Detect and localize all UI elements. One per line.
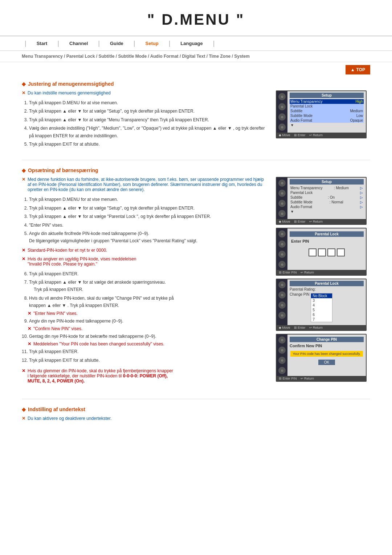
section-1-text: ✕ Du kan indstille menuens gennemsigtigh… — [22, 90, 269, 149]
note-icon-3: ✕ — [22, 248, 25, 253]
tv-label: Menu Transparency — [290, 186, 322, 190]
success-text: Your PIN code has been changed successfu… — [293, 352, 360, 356]
tv-screen-2: ⊙ ⊙ ⊙ ⊙ Setup Menu Transparency : Medium… — [276, 177, 367, 225]
tv-row-1-4: Subtitle Mode Low — [290, 113, 364, 118]
nav-sep-4: | — [131, 40, 138, 47]
tv-move: ◆ Move — [279, 326, 290, 329]
nav-sep-2: | — [54, 40, 62, 47]
tv-row-2-1: Menu Transparency : Medium ▷ — [290, 186, 364, 190]
section-1-image: ⊙ ⊙ ⊙ ⊙ Setup Menu Transparency High — [276, 90, 370, 138]
note-icon-7: ✕ — [28, 341, 31, 347]
step-1-4: Vælg den ønskede indstilling ("High", "M… — [29, 125, 269, 139]
nav-sep-6: | — [210, 40, 218, 47]
step-2-1: Tryk på knappen D.MENU for at vise menue… — [29, 196, 269, 203]
section-2-steps-d: Gentag din nye PIN-kode for at bekræfte … — [22, 333, 269, 340]
confirm-new-pin-label: Confirm New PIN — [290, 344, 322, 348]
note-icon-2: ✕ — [22, 177, 25, 192]
nav-start[interactable]: Start — [29, 36, 55, 50]
tv-icon-5d: ⊙ — [278, 367, 286, 374]
tv-menu-3: Parental Lock Enter PIN — [287, 228, 366, 270]
step-2-9: Angiv din nye PIN-kode med talknapperne … — [29, 317, 269, 325]
ok-button[interactable]: OK — [318, 360, 335, 365]
tv-icon-5b: ⊙ — [278, 347, 286, 354]
rating-7: 7 — [311, 317, 332, 322]
tv-icon-1b: ⊙ — [278, 103, 286, 110]
tv-move: ◆ Move — [279, 133, 290, 137]
section-2-note: ✕ Med denne funktion kan du forhindre, a… — [22, 177, 269, 192]
tv-icons-5: ⊙ ⊙ ⊙ ⊙ — [277, 335, 287, 376]
tv-icon-1c: ⊙ — [278, 113, 286, 121]
step-2-6: Tryk på knappen ENTER. — [29, 270, 269, 278]
tv-row-2-2: Parental Lock ▷ — [290, 190, 364, 195]
note-invalid-pin: ✕ Hvis du angiver en ugyldig PIN-kode, v… — [22, 256, 269, 267]
tv-icon-2d: ⊙ — [278, 210, 286, 217]
tv-row-val: Opaque — [350, 118, 363, 122]
tv-footer-5: ⊞ Enter PIN ↩ Return — [277, 376, 366, 381]
nav-channel[interactable]: Channel — [62, 36, 95, 50]
nav-language[interactable]: Language — [173, 36, 210, 50]
divider-2 — [22, 399, 370, 399]
tv-screen-1: ⊙ ⊙ ⊙ ⊙ Setup Menu Transparency High — [276, 90, 367, 138]
section-1-note-text: Du kan indstille menuens gennemsigtighed — [28, 90, 111, 96]
tv-icon-3d: ⊙ — [278, 261, 286, 268]
note-invalid-pin-text: Hvis du angiver en ugyldig PIN-kode, vis… — [28, 256, 136, 267]
tv-icon-4a: ⊙ — [278, 281, 286, 288]
pin-box-2 — [318, 248, 326, 256]
tv-label: Audio Format — [290, 205, 312, 209]
tv-row-label: Subtitle — [290, 109, 302, 113]
section-2-text: ✕ Med denne funktion kan du forhindre, a… — [22, 177, 269, 388]
top-button[interactable]: ▲ TOP — [346, 65, 370, 74]
note-enter-new-text: "Enter New PIN" vises. — [33, 311, 78, 316]
tv-enter: ⊞ Enter — [294, 220, 306, 223]
success-message: Your PIN code has been changed successfu… — [290, 351, 363, 357]
tv-menu-1: Setup Menu Transparency High Parental Lo… — [287, 91, 366, 133]
tv-arrow: ▷ — [360, 200, 363, 204]
tv-label: Subtitle — [290, 195, 302, 199]
step-2-7: Tryk på knappen ▲ eller ▼ for at vælge d… — [29, 279, 269, 293]
tv-return: ↩ Return — [301, 271, 314, 274]
step-1-5: Tryk på knappen EXIT for at afslutte. — [29, 141, 269, 148]
step-1-3: Tryk på knappen ▲ eller ▼ for at vælge "… — [29, 116, 269, 123]
note-pin-default-text: Standard-PIN-koden for et nyt tv er 0000… — [28, 248, 107, 253]
tv-screen-5: ⊙ ⊙ ⊙ ⊙ Change PIN Confirm New PIN Your … — [276, 334, 367, 382]
tv-row-1-1: Menu Transparency High — [290, 99, 364, 104]
tv-inner-5: ⊙ ⊙ ⊙ ⊙ Change PIN Confirm New PIN Your … — [277, 335, 366, 376]
section-2-content: ✕ Med denne funktion kan du forhindre, a… — [22, 177, 370, 388]
section-2-steps-c: Angiv din nye PIN-kode med talknapperne … — [22, 317, 269, 325]
note-forgot-text: Hvis du glemmer din PIN-kode, skal du tr… — [28, 368, 173, 384]
nav-setup[interactable]: Setup — [138, 36, 166, 50]
diamond-icon-2: ◆ — [22, 167, 26, 173]
step-2-11: Tryk på knappen ENTER. — [29, 348, 269, 355]
tv-icon-2c: ⊙ — [278, 200, 286, 207]
tv-icon-1a: ⊙ — [278, 93, 286, 100]
note-forgot-pin: ✕ Hvis du glemmer din PIN-kode, skal du … — [22, 368, 269, 384]
tv-arrow: ▷ — [360, 195, 363, 199]
tv-return: ↩ Return — [309, 326, 323, 329]
nav-guide[interactable]: Guide — [103, 36, 131, 50]
section-1-content: ✕ Du kan indstille menuens gennemsigtigh… — [22, 90, 370, 149]
tv-row-1-6: ▼ — [290, 123, 364, 127]
section-2-steps-b: Tryk på knappen ENTER. Tryk på knappen ▲… — [22, 270, 269, 309]
tv-icon-1d: ⊙ — [278, 123, 286, 131]
rating-5: 5 — [311, 308, 332, 312]
tv-row-label: Parental Lock — [290, 104, 313, 108]
page-header: " D.MENU " — [0, 0, 392, 36]
tv-inner-3: ⊙ ⊙ ⊙ ⊙ Parental Lock Enter PIN — [277, 228, 366, 270]
note-icon-8: ✕ — [22, 368, 25, 384]
tv-val: : Medium — [334, 186, 349, 190]
tv-icons-2: ⊙ ⊙ ⊙ ⊙ — [277, 178, 287, 219]
enter-pin-label: Enter PIN — [290, 239, 309, 243]
section-3-label: Indstilling af undertekst — [28, 406, 85, 412]
rating-6: 6 — [311, 312, 332, 317]
tv-icon-2b: ⊙ — [278, 190, 286, 197]
tv-icon-3b: ⊙ — [278, 240, 286, 248]
top-arrow-icon: ▲ — [351, 67, 355, 72]
diamond-icon-1: ◆ — [22, 81, 26, 87]
tv-enter: ⊞ Enter PIN — [279, 377, 297, 380]
tv-screen-4: ⊙ ⊙ ⊙ ⊙ Parental Lock Parental Rating: C… — [276, 279, 367, 331]
section-menu-transparency: ◆ Justering af menugennemsigtighed ✕ Du … — [22, 81, 370, 149]
tv-inner-1: ⊙ ⊙ ⊙ ⊙ Setup Menu Transparency High — [277, 91, 366, 133]
divider-1 — [22, 160, 370, 160]
tv-change-pin-title: Change PIN — [290, 337, 364, 342]
note-pin-default: ✕ Standard-PIN-koden for et nyt tv er 00… — [22, 248, 269, 253]
